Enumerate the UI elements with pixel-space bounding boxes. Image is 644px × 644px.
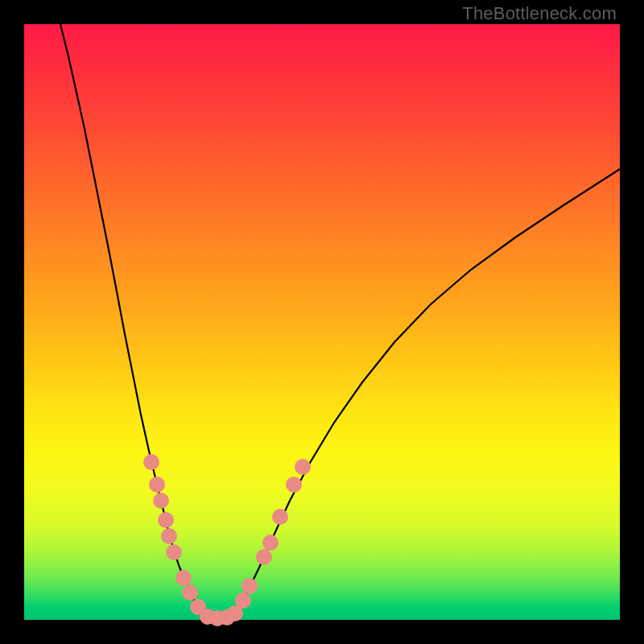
scatter-dot (175, 570, 192, 586)
scatter-dot (143, 454, 159, 470)
scatter-dot (182, 584, 198, 601)
plot-frame (24, 24, 620, 620)
scatter-dots (143, 454, 311, 626)
scatter-dot (262, 535, 279, 551)
scatter-dot (286, 477, 302, 493)
watermark-text: TheBottleneck.com (462, 3, 617, 24)
scatter-dot (256, 549, 272, 565)
scatter-dot (242, 578, 258, 594)
scatter-dot (149, 477, 165, 493)
scatter-dot (295, 459, 311, 475)
bottleneck-curve (60, 24, 620, 618)
scatter-dot (153, 493, 169, 509)
scatter-dot (166, 544, 182, 560)
scatter-dot (272, 509, 288, 525)
scatter-dot (158, 512, 174, 528)
scatter-dot (161, 528, 177, 544)
curve-svg (24, 24, 620, 620)
scatter-dot (235, 592, 251, 609)
